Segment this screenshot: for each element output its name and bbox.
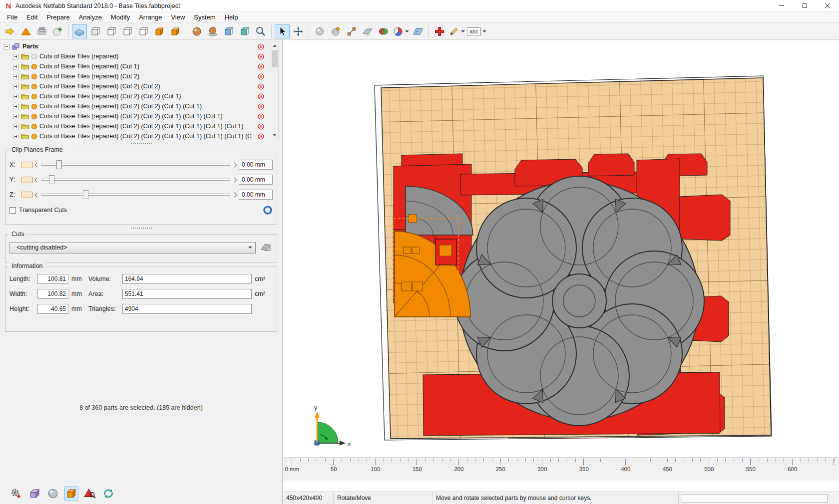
- cube-teal-button[interactable]: [237, 24, 252, 38]
- scroll-up-icon[interactable]: [271, 42, 278, 49]
- menu-item[interactable]: Help: [220, 12, 243, 22]
- delete-all-icon[interactable]: [258, 43, 264, 50]
- refresh-view-button[interactable]: [101, 487, 115, 501]
- visibility-eye-icon[interactable]: [31, 74, 37, 79]
- plane-toggle-z[interactable]: [21, 192, 33, 198]
- analysis-sphere-button[interactable]: [189, 24, 204, 38]
- view-front-button[interactable]: [88, 24, 103, 38]
- view-top-button[interactable]: [120, 24, 135, 38]
- selected-peg[interactable]: [404, 247, 411, 253]
- selected-peg[interactable]: [413, 282, 422, 291]
- visibility-eye-icon[interactable]: [31, 54, 37, 59]
- visibility-eye-icon[interactable]: [31, 134, 37, 139]
- menu-item[interactable]: Prepare: [42, 12, 74, 22]
- menu-item[interactable]: System: [189, 12, 220, 22]
- sphere-view-button[interactable]: [46, 487, 60, 501]
- maximize-button[interactable]: [793, 0, 816, 11]
- expand-icon[interactable]: [13, 114, 18, 119]
- panel-splitter[interactable]: [0, 225, 282, 231]
- tree-item[interactable]: Cuts of Base Tiles (repaired) (Cut 1): [0, 61, 282, 71]
- clip-plane-button[interactable]: [360, 24, 375, 38]
- selected-marker[interactable]: [439, 245, 451, 256]
- clip-slider-z[interactable]: [41, 190, 230, 199]
- cut-tool-button[interactable]: [260, 242, 273, 253]
- clip-value-y[interactable]: 0.00 mm: [239, 175, 273, 185]
- tree-item[interactable]: Cuts of Base Tiles (repaired) (Cut 2): [0, 71, 282, 81]
- dropdown-caret-icon[interactable]: [461, 30, 465, 32]
- selected-peg[interactable]: [412, 247, 420, 253]
- expand-icon[interactable]: [13, 64, 18, 69]
- reset-clip-button[interactable]: [263, 205, 273, 215]
- expand-icon[interactable]: [13, 124, 18, 129]
- step-left-icon[interactable]: [35, 192, 40, 197]
- part-box-button[interactable]: [27, 487, 41, 501]
- scrollbar-thumb[interactable]: [272, 50, 278, 67]
- length-field[interactable]: 100.81: [37, 274, 68, 284]
- width-field[interactable]: 100.82: [37, 289, 68, 299]
- platform-view-button[interactable]: [72, 24, 87, 38]
- slider-thumb[interactable]: [83, 190, 88, 199]
- annotate-button[interactable]: [448, 24, 465, 38]
- point-inspect-button[interactable]: [328, 24, 343, 38]
- slider-thumb[interactable]: [56, 160, 62, 169]
- delete-part-icon[interactable]: [258, 123, 264, 130]
- expand-icon[interactable]: [13, 84, 18, 89]
- rosette[interactable]: [454, 176, 704, 426]
- bounding-box-button[interactable]: [152, 24, 167, 38]
- slider-thumb[interactable]: [49, 175, 54, 184]
- visibility-eye-icon[interactable]: [31, 84, 37, 89]
- delete-part-icon[interactable]: [258, 63, 264, 70]
- menu-item[interactable]: View: [166, 12, 189, 22]
- red-tab-right[interactable]: [680, 195, 730, 241]
- menu-item[interactable]: Arrange: [134, 12, 166, 22]
- plane-toggle-y[interactable]: [21, 177, 33, 183]
- step-right-icon[interactable]: [232, 162, 237, 167]
- analyze-warning-button[interactable]: [83, 487, 97, 501]
- statistics-button[interactable]: [392, 24, 410, 38]
- delete-part-icon[interactable]: [258, 133, 264, 140]
- part-on-platform-button[interactable]: [205, 24, 220, 38]
- rotate-move-button[interactable]: [291, 24, 306, 38]
- clip-slider-y[interactable]: [41, 175, 230, 184]
- minimize-button[interactable]: [770, 0, 793, 11]
- red-tab[interactable]: [588, 154, 634, 176]
- dropdown-arrow-icon[interactable]: [248, 247, 252, 249]
- platform-box-button[interactable]: [64, 487, 78, 501]
- collapse-icon[interactable]: [4, 44, 9, 49]
- zoom-button[interactable]: [253, 24, 268, 38]
- delete-part-icon[interactable]: [258, 73, 264, 80]
- expand-icon[interactable]: [13, 134, 18, 139]
- visibility-eye-icon[interactable]: [31, 104, 37, 109]
- selected-peg[interactable]: [402, 282, 412, 291]
- shaded-view-button[interactable]: [312, 24, 327, 38]
- visibility-eye-icon[interactable]: [31, 64, 37, 69]
- delete-part-icon[interactable]: [258, 83, 264, 90]
- close-button[interactable]: [816, 0, 839, 11]
- step-right-icon[interactable]: [232, 177, 237, 182]
- transparent-cuts-checkbox[interactable]: [9, 207, 16, 214]
- visibility-eye-icon[interactable]: [31, 94, 37, 99]
- delete-part-icon[interactable]: [258, 113, 264, 120]
- menu-item[interactable]: File: [2, 12, 22, 22]
- tree-scrollbar[interactable]: [271, 41, 279, 139]
- tree-item[interactable]: Cuts of Base Tiles (repaired): [0, 51, 282, 61]
- menu-item[interactable]: Analyze: [74, 12, 106, 22]
- settings-button[interactable]: [9, 487, 23, 501]
- scene-canvas[interactable]: y x: [283, 40, 839, 457]
- box-select-button[interactable]: [168, 24, 183, 38]
- area-field[interactable]: 551.41: [122, 289, 252, 299]
- step-left-icon[interactable]: [35, 162, 40, 167]
- clip-value-x[interactable]: 0.00 mm: [239, 160, 273, 170]
- repair-part-button[interactable]: [18, 24, 33, 38]
- step-right-icon[interactable]: [232, 192, 237, 197]
- tree-item[interactable]: Cuts of Base Tiles (repaired) (Cut 2) (C…: [0, 131, 282, 140]
- cutting-dropdown[interactable]: <cutting disabled>: [9, 242, 256, 253]
- view-side-button[interactable]: [104, 24, 119, 38]
- tree-item[interactable]: Cuts of Base Tiles (repaired) (Cut 2) (C…: [0, 91, 282, 101]
- volume-field[interactable]: 164.94: [122, 274, 252, 284]
- scroll-down-icon[interactable]: [271, 131, 278, 139]
- tree-item[interactable]: Cuts of Base Tiles (repaired) (Cut 2) (C…: [0, 111, 282, 121]
- dropdown-caret-icon[interactable]: [482, 30, 486, 32]
- delete-part-icon[interactable]: [258, 93, 264, 100]
- import-part-button[interactable]: [2, 24, 17, 38]
